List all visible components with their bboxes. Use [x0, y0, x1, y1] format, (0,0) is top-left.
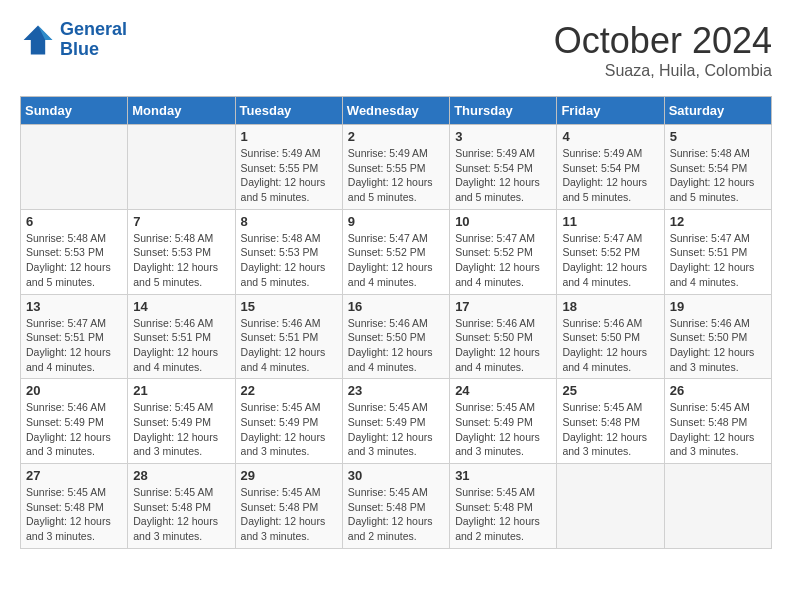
day-number: 31 [455, 468, 551, 483]
calendar-cell: 16Sunrise: 5:46 AM Sunset: 5:50 PM Dayli… [342, 294, 449, 379]
day-number: 21 [133, 383, 229, 398]
day-info: Sunrise: 5:47 AM Sunset: 5:52 PM Dayligh… [348, 231, 444, 290]
calendar-cell: 26Sunrise: 5:45 AM Sunset: 5:48 PM Dayli… [664, 379, 771, 464]
day-number: 19 [670, 299, 766, 314]
header-saturday: Saturday [664, 97, 771, 125]
calendar-cell: 5Sunrise: 5:48 AM Sunset: 5:54 PM Daylig… [664, 125, 771, 210]
day-info: Sunrise: 5:47 AM Sunset: 5:51 PM Dayligh… [26, 316, 122, 375]
day-info: Sunrise: 5:46 AM Sunset: 5:50 PM Dayligh… [670, 316, 766, 375]
week-row-5: 27Sunrise: 5:45 AM Sunset: 5:48 PM Dayli… [21, 464, 772, 549]
logo-text: General Blue [60, 20, 127, 60]
header-thursday: Thursday [450, 97, 557, 125]
header-wednesday: Wednesday [342, 97, 449, 125]
header-row: Sunday Monday Tuesday Wednesday Thursday… [21, 97, 772, 125]
calendar-cell: 19Sunrise: 5:46 AM Sunset: 5:50 PM Dayli… [664, 294, 771, 379]
day-number: 9 [348, 214, 444, 229]
calendar-cell: 2Sunrise: 5:49 AM Sunset: 5:55 PM Daylig… [342, 125, 449, 210]
day-info: Sunrise: 5:45 AM Sunset: 5:48 PM Dayligh… [670, 400, 766, 459]
day-info: Sunrise: 5:49 AM Sunset: 5:55 PM Dayligh… [241, 146, 337, 205]
day-info: Sunrise: 5:47 AM Sunset: 5:52 PM Dayligh… [455, 231, 551, 290]
calendar-cell: 28Sunrise: 5:45 AM Sunset: 5:48 PM Dayli… [128, 464, 235, 549]
day-info: Sunrise: 5:45 AM Sunset: 5:49 PM Dayligh… [348, 400, 444, 459]
day-number: 25 [562, 383, 658, 398]
day-number: 6 [26, 214, 122, 229]
day-number: 30 [348, 468, 444, 483]
calendar-cell [664, 464, 771, 549]
week-row-2: 6Sunrise: 5:48 AM Sunset: 5:53 PM Daylig… [21, 209, 772, 294]
calendar-cell: 29Sunrise: 5:45 AM Sunset: 5:48 PM Dayli… [235, 464, 342, 549]
day-number: 24 [455, 383, 551, 398]
day-info: Sunrise: 5:48 AM Sunset: 5:54 PM Dayligh… [670, 146, 766, 205]
calendar-cell: 30Sunrise: 5:45 AM Sunset: 5:48 PM Dayli… [342, 464, 449, 549]
day-info: Sunrise: 5:46 AM Sunset: 5:50 PM Dayligh… [455, 316, 551, 375]
day-info: Sunrise: 5:46 AM Sunset: 5:50 PM Dayligh… [348, 316, 444, 375]
day-info: Sunrise: 5:45 AM Sunset: 5:48 PM Dayligh… [455, 485, 551, 544]
logo: General Blue [20, 20, 127, 60]
week-row-1: 1Sunrise: 5:49 AM Sunset: 5:55 PM Daylig… [21, 125, 772, 210]
calendar-table: Sunday Monday Tuesday Wednesday Thursday… [20, 96, 772, 549]
calendar-cell: 11Sunrise: 5:47 AM Sunset: 5:52 PM Dayli… [557, 209, 664, 294]
day-number: 26 [670, 383, 766, 398]
day-number: 7 [133, 214, 229, 229]
calendar-cell: 1Sunrise: 5:49 AM Sunset: 5:55 PM Daylig… [235, 125, 342, 210]
calendar-cell: 12Sunrise: 5:47 AM Sunset: 5:51 PM Dayli… [664, 209, 771, 294]
calendar-cell: 7Sunrise: 5:48 AM Sunset: 5:53 PM Daylig… [128, 209, 235, 294]
day-number: 17 [455, 299, 551, 314]
calendar-cell: 15Sunrise: 5:46 AM Sunset: 5:51 PM Dayli… [235, 294, 342, 379]
logo-icon [20, 22, 56, 58]
calendar-cell [21, 125, 128, 210]
calendar-cell: 8Sunrise: 5:48 AM Sunset: 5:53 PM Daylig… [235, 209, 342, 294]
day-info: Sunrise: 5:45 AM Sunset: 5:48 PM Dayligh… [133, 485, 229, 544]
page-header: General Blue October 2024 Suaza, Huila, … [20, 20, 772, 80]
day-info: Sunrise: 5:47 AM Sunset: 5:51 PM Dayligh… [670, 231, 766, 290]
day-info: Sunrise: 5:46 AM Sunset: 5:49 PM Dayligh… [26, 400, 122, 459]
day-number: 12 [670, 214, 766, 229]
day-info: Sunrise: 5:45 AM Sunset: 5:49 PM Dayligh… [241, 400, 337, 459]
calendar-cell: 22Sunrise: 5:45 AM Sunset: 5:49 PM Dayli… [235, 379, 342, 464]
calendar-cell: 4Sunrise: 5:49 AM Sunset: 5:54 PM Daylig… [557, 125, 664, 210]
calendar-cell: 25Sunrise: 5:45 AM Sunset: 5:48 PM Dayli… [557, 379, 664, 464]
calendar-cell [128, 125, 235, 210]
day-info: Sunrise: 5:49 AM Sunset: 5:55 PM Dayligh… [348, 146, 444, 205]
header-friday: Friday [557, 97, 664, 125]
calendar-cell: 17Sunrise: 5:46 AM Sunset: 5:50 PM Dayli… [450, 294, 557, 379]
day-info: Sunrise: 5:49 AM Sunset: 5:54 PM Dayligh… [562, 146, 658, 205]
day-number: 16 [348, 299, 444, 314]
calendar-cell: 6Sunrise: 5:48 AM Sunset: 5:53 PM Daylig… [21, 209, 128, 294]
month-title: October 2024 [554, 20, 772, 62]
location-subtitle: Suaza, Huila, Colombia [554, 62, 772, 80]
calendar-cell: 3Sunrise: 5:49 AM Sunset: 5:54 PM Daylig… [450, 125, 557, 210]
day-info: Sunrise: 5:49 AM Sunset: 5:54 PM Dayligh… [455, 146, 551, 205]
day-info: Sunrise: 5:45 AM Sunset: 5:48 PM Dayligh… [26, 485, 122, 544]
header-monday: Monday [128, 97, 235, 125]
calendar-cell: 27Sunrise: 5:45 AM Sunset: 5:48 PM Dayli… [21, 464, 128, 549]
week-row-4: 20Sunrise: 5:46 AM Sunset: 5:49 PM Dayli… [21, 379, 772, 464]
day-number: 15 [241, 299, 337, 314]
header-tuesday: Tuesday [235, 97, 342, 125]
day-number: 1 [241, 129, 337, 144]
day-info: Sunrise: 5:48 AM Sunset: 5:53 PM Dayligh… [133, 231, 229, 290]
day-number: 8 [241, 214, 337, 229]
day-number: 14 [133, 299, 229, 314]
calendar-cell: 9Sunrise: 5:47 AM Sunset: 5:52 PM Daylig… [342, 209, 449, 294]
day-number: 29 [241, 468, 337, 483]
calendar-cell: 10Sunrise: 5:47 AM Sunset: 5:52 PM Dayli… [450, 209, 557, 294]
day-info: Sunrise: 5:48 AM Sunset: 5:53 PM Dayligh… [241, 231, 337, 290]
calendar-cell: 23Sunrise: 5:45 AM Sunset: 5:49 PM Dayli… [342, 379, 449, 464]
day-info: Sunrise: 5:45 AM Sunset: 5:48 PM Dayligh… [241, 485, 337, 544]
day-info: Sunrise: 5:46 AM Sunset: 5:51 PM Dayligh… [133, 316, 229, 375]
calendar-cell [557, 464, 664, 549]
day-number: 4 [562, 129, 658, 144]
calendar-cell: 18Sunrise: 5:46 AM Sunset: 5:50 PM Dayli… [557, 294, 664, 379]
day-number: 2 [348, 129, 444, 144]
day-number: 18 [562, 299, 658, 314]
day-number: 10 [455, 214, 551, 229]
day-number: 5 [670, 129, 766, 144]
calendar-body: 1Sunrise: 5:49 AM Sunset: 5:55 PM Daylig… [21, 125, 772, 549]
calendar-header: Sunday Monday Tuesday Wednesday Thursday… [21, 97, 772, 125]
day-number: 28 [133, 468, 229, 483]
calendar-cell: 20Sunrise: 5:46 AM Sunset: 5:49 PM Dayli… [21, 379, 128, 464]
day-number: 3 [455, 129, 551, 144]
calendar-cell: 31Sunrise: 5:45 AM Sunset: 5:48 PM Dayli… [450, 464, 557, 549]
day-number: 27 [26, 468, 122, 483]
